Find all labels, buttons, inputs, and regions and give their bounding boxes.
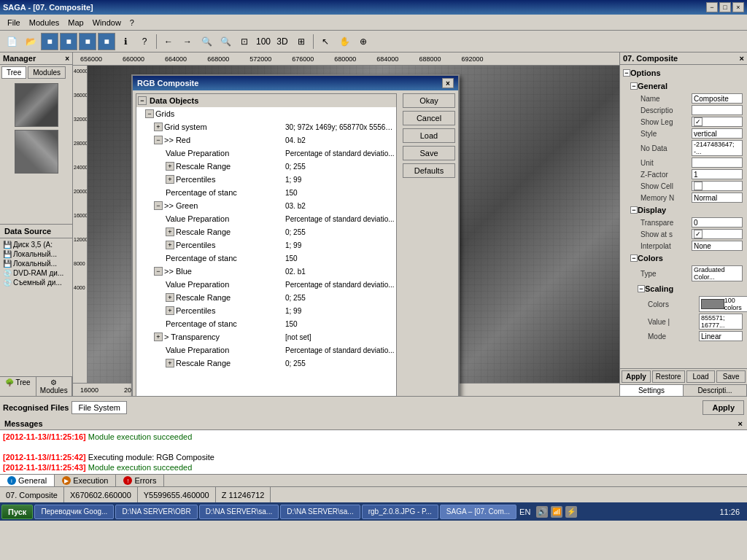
source-item-4[interactable]: 💿 Съемный ди... bbox=[1, 278, 71, 287]
source-item-1[interactable]: 💾 Локальный... bbox=[1, 249, 71, 259]
tree-grid-system[interactable]: + Grid system 30; 972x 1469y; 658770x 55… bbox=[136, 120, 396, 133]
msg-tab-errors[interactable]: ! Errors bbox=[116, 475, 164, 486]
green-value-prep[interactable]: Value Preparation Percentage of standard… bbox=[136, 212, 396, 225]
red-value-prep[interactable]: Value Preparation Percentage of standard… bbox=[136, 147, 396, 160]
save-right-button[interactable]: Save bbox=[716, 370, 746, 383]
red-rescale[interactable]: + Rescale Range 0; 255 bbox=[136, 160, 396, 173]
blue-value-prep[interactable]: Value Preparation Percentage of standard… bbox=[136, 278, 396, 291]
toolbar-forward[interactable]: → bbox=[179, 33, 196, 50]
taskbar-item-3[interactable]: D:\NA SERVER\sa... bbox=[280, 505, 360, 519]
minimize-button[interactable]: − bbox=[706, 2, 718, 12]
menu-map[interactable]: Map bbox=[63, 17, 88, 28]
thumbnail-1[interactable] bbox=[15, 83, 58, 127]
show-legend-checkbox[interactable] bbox=[694, 117, 703, 126]
restore-button[interactable]: Restore bbox=[652, 370, 685, 383]
toolbar-zoom-100[interactable]: 100 bbox=[255, 33, 272, 50]
section-blue[interactable]: − >> Blue 02. b1 bbox=[136, 265, 396, 278]
language-indicator[interactable]: EN bbox=[518, 508, 532, 516]
blue-pct-stand[interactable]: Percentage of stanc 150 bbox=[136, 317, 396, 330]
green-pct-stand[interactable]: Percentage of stanc 150 bbox=[136, 252, 396, 265]
toolbar-zoom-out[interactable]: 🔍 bbox=[217, 33, 234, 50]
load-dialog-button[interactable]: Load bbox=[403, 128, 455, 143]
cancel-button[interactable]: Cancel bbox=[403, 111, 455, 125]
taskbar-item-1[interactable]: D:\NA SERVER\OBR bbox=[115, 505, 197, 519]
source-item-0[interactable]: 💾 Диск 3,5 (А: bbox=[1, 240, 71, 249]
msg-tab-general[interactable]: i General bbox=[0, 475, 55, 486]
rp-tab-settings[interactable]: Settings bbox=[620, 385, 684, 396]
rp-tab-description[interactable]: Descripti... bbox=[684, 385, 747, 396]
expand-red[interactable]: − bbox=[154, 136, 163, 144]
toolbar-back[interactable]: ← bbox=[160, 33, 177, 50]
messages-close[interactable]: × bbox=[738, 419, 743, 428]
expand-display[interactable]: − bbox=[630, 206, 638, 214]
toolbar-select[interactable]: ↖ bbox=[317, 33, 334, 50]
red-percentiles[interactable]: + Percentiles 1; 99 bbox=[136, 173, 396, 186]
menu-help[interactable]: ? bbox=[125, 17, 139, 28]
display-header[interactable]: − Display bbox=[629, 203, 746, 217]
transparency-value-prep[interactable]: Value Preparation Percentage of standard… bbox=[136, 343, 396, 357]
expand-grid-system[interactable]: + bbox=[154, 122, 163, 131]
source-item-3[interactable]: 💿 DVD-RAM ди... bbox=[1, 268, 71, 278]
toolbar-btn1[interactable]: ■ bbox=[41, 33, 58, 50]
expand-green-pct[interactable]: + bbox=[166, 241, 174, 249]
defaults-button[interactable]: Defaults bbox=[403, 163, 455, 178]
menu-window[interactable]: Window bbox=[88, 17, 125, 28]
blue-rescale[interactable]: + Rescale Range 0; 255 bbox=[136, 291, 396, 304]
general-header[interactable]: − General bbox=[629, 79, 746, 93]
taskbar-item-5[interactable]: SAGA – [07. Com... bbox=[440, 505, 516, 519]
expand-data-objects[interactable]: − bbox=[138, 96, 147, 105]
toolbar-question[interactable]: ? bbox=[136, 33, 153, 50]
manager-tab-tree[interactable]: Tree bbox=[1, 66, 26, 79]
dialog-tree[interactable]: − Data Objects − Grids + Grid bbox=[136, 93, 397, 396]
close-window-button[interactable]: × bbox=[732, 2, 744, 12]
expand-transparency[interactable]: + bbox=[154, 332, 163, 341]
section-red[interactable]: − >> Red 04. b2 bbox=[136, 133, 396, 147]
toolbar-info[interactable]: ℹ bbox=[117, 33, 134, 50]
dialog-close-button[interactable]: × bbox=[442, 78, 454, 88]
manager-close[interactable]: × bbox=[65, 55, 69, 63]
toolbar-3d[interactable]: 3D bbox=[274, 33, 291, 50]
toolbar-layout[interactable]: ⊞ bbox=[293, 33, 310, 50]
right-panel-close[interactable]: × bbox=[740, 54, 744, 63]
apply-button[interactable]: Apply bbox=[703, 400, 744, 415]
expand-trans-rescale[interactable]: + bbox=[166, 359, 174, 368]
save-dialog-button[interactable]: Save bbox=[403, 146, 455, 160]
toolbar-zoom-fit[interactable]: ⊡ bbox=[236, 33, 253, 50]
start-button[interactable]: Пуск bbox=[1, 505, 33, 519]
section-green[interactable]: − >> Green 03. b2 bbox=[136, 199, 396, 212]
transparency-rescale[interactable]: + Rescale Range 0; 255 bbox=[136, 357, 396, 370]
manager-tab-modules[interactable]: Modules bbox=[28, 66, 66, 79]
source-tab-tree[interactable]: 🌳 Tree bbox=[0, 377, 36, 396]
green-rescale[interactable]: + Rescale Range 0; 255 bbox=[136, 225, 396, 238]
toolbar-btn2[interactable]: ■ bbox=[60, 33, 77, 50]
section-grids[interactable]: − Grids bbox=[136, 107, 396, 120]
toolbar-open[interactable]: 📂 bbox=[22, 33, 39, 50]
taskbar-item-0[interactable]: Переводчик Goog... bbox=[34, 505, 114, 519]
section-transparency[interactable]: + > Transparency [not set] bbox=[136, 330, 396, 343]
apply-right-button[interactable]: Apply bbox=[622, 370, 651, 383]
blue-percentiles[interactable]: + Percentiles 1; 99 bbox=[136, 304, 396, 317]
expand-red-rescale[interactable]: + bbox=[166, 162, 174, 171]
toolbar-zoom-in[interactable]: 🔍 bbox=[198, 33, 215, 50]
expand-blue[interactable]: − bbox=[154, 267, 163, 276]
expand-blue-rescale[interactable]: + bbox=[166, 293, 174, 302]
red-pct-stand[interactable]: Percentage of stanc 150 bbox=[136, 186, 396, 199]
toolbar-hand[interactable]: ✋ bbox=[336, 33, 353, 50]
expand-options[interactable]: − bbox=[623, 69, 630, 77]
expand-scaling[interactable]: − bbox=[638, 285, 645, 292]
okay-button[interactable]: Okay bbox=[403, 93, 455, 108]
toolbar-new[interactable]: 📄 bbox=[3, 33, 20, 50]
expand-general[interactable]: − bbox=[630, 82, 638, 90]
thumbnail-2[interactable] bbox=[15, 130, 58, 174]
green-percentiles[interactable]: + Percentiles 1; 99 bbox=[136, 238, 396, 252]
taskbar-item-4[interactable]: rgb_2.0.8.JPG - P... bbox=[362, 505, 438, 519]
source-tab-modules[interactable]: ⚙ Modules bbox=[36, 377, 73, 396]
scaling-header[interactable]: − Scaling bbox=[636, 282, 746, 295]
load-right-button[interactable]: Load bbox=[686, 370, 716, 383]
show-at-checkbox[interactable] bbox=[694, 230, 703, 238]
msg-tab-execution[interactable]: ▶ Execution bbox=[55, 475, 116, 486]
show-cell-checkbox[interactable] bbox=[694, 182, 703, 190]
menu-file[interactable]: File bbox=[3, 17, 25, 28]
expand-blue-pct[interactable]: + bbox=[166, 306, 174, 315]
options-header[interactable]: − Options bbox=[622, 66, 746, 79]
